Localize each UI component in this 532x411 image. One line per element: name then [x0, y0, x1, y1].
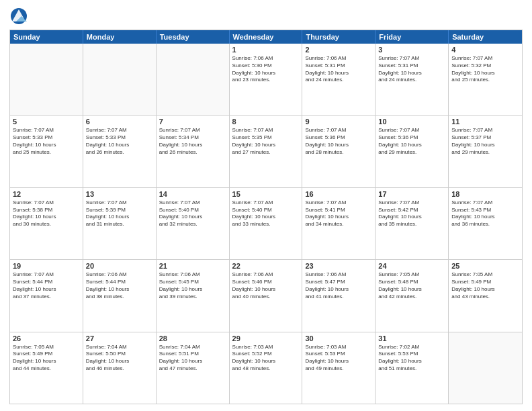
calendar-cell	[83, 44, 157, 115]
day-number: 7	[159, 118, 226, 126]
calendar-cell: 11Sunrise: 7:07 AM Sunset: 5:37 PM Dayli…	[449, 116, 522, 187]
calendar-header: SundayMondayTuesdayWednesdayThursdayFrid…	[10, 30, 522, 44]
calendar-cell: 18Sunrise: 7:07 AM Sunset: 5:43 PM Dayli…	[449, 188, 522, 259]
logo-icon	[9, 7, 28, 26]
day-number: 24	[378, 262, 445, 270]
day-info: Sunrise: 7:04 AM Sunset: 5:51 PM Dayligh…	[159, 344, 226, 373]
calendar-cell: 17Sunrise: 7:07 AM Sunset: 5:42 PM Dayli…	[375, 188, 449, 259]
calendar-cell: 13Sunrise: 7:07 AM Sunset: 5:39 PM Dayli…	[83, 188, 157, 259]
calendar-cell	[449, 332, 522, 404]
calendar-cell: 15Sunrise: 7:07 AM Sunset: 5:40 PM Dayli…	[230, 188, 303, 259]
header-day-saturday: Saturday	[449, 30, 522, 44]
day-number: 20	[86, 262, 153, 270]
day-number: 2	[305, 46, 372, 54]
calendar-cell: 12Sunrise: 7:07 AM Sunset: 5:38 PM Dayli…	[10, 188, 83, 259]
day-info: Sunrise: 7:07 AM Sunset: 5:39 PM Dayligh…	[86, 199, 153, 228]
day-info: Sunrise: 7:07 AM Sunset: 5:37 PM Dayligh…	[451, 127, 519, 156]
calendar-cell: 26Sunrise: 7:05 AM Sunset: 5:49 PM Dayli…	[10, 332, 83, 404]
calendar-cell: 23Sunrise: 7:06 AM Sunset: 5:47 PM Dayli…	[302, 260, 375, 331]
day-number: 11	[451, 118, 519, 126]
header-day-thursday: Thursday	[302, 30, 375, 44]
day-number: 22	[232, 262, 300, 270]
day-info: Sunrise: 7:06 AM Sunset: 5:30 PM Dayligh…	[232, 55, 300, 84]
day-info: Sunrise: 7:07 AM Sunset: 5:33 PM Dayligh…	[13, 127, 80, 156]
calendar-cell: 27Sunrise: 7:04 AM Sunset: 5:50 PM Dayli…	[83, 332, 157, 404]
calendar-cell: 3Sunrise: 7:07 AM Sunset: 5:31 PM Daylig…	[375, 44, 449, 115]
calendar-row-2: 12Sunrise: 7:07 AM Sunset: 5:38 PM Dayli…	[10, 187, 522, 259]
calendar-cell: 28Sunrise: 7:04 AM Sunset: 5:51 PM Dayli…	[157, 332, 230, 404]
calendar-cell: 2Sunrise: 7:06 AM Sunset: 5:31 PM Daylig…	[302, 44, 375, 115]
day-info: Sunrise: 7:07 AM Sunset: 5:31 PM Dayligh…	[378, 55, 445, 84]
day-number: 23	[305, 262, 372, 270]
day-info: Sunrise: 7:06 AM Sunset: 5:47 PM Dayligh…	[305, 271, 372, 300]
day-number: 19	[13, 262, 80, 270]
calendar-cell: 7Sunrise: 7:07 AM Sunset: 5:34 PM Daylig…	[157, 116, 230, 187]
day-info: Sunrise: 7:06 AM Sunset: 5:45 PM Dayligh…	[159, 271, 226, 300]
calendar-row-4: 26Sunrise: 7:05 AM Sunset: 5:49 PM Dayli…	[10, 332, 522, 404]
day-number: 26	[13, 334, 80, 342]
day-number: 17	[378, 190, 445, 198]
day-number: 12	[13, 190, 80, 198]
day-info: Sunrise: 7:06 AM Sunset: 5:44 PM Dayligh…	[86, 271, 153, 300]
calendar: SundayMondayTuesdayWednesdayThursdayFrid…	[9, 30, 523, 404]
day-info: Sunrise: 7:06 AM Sunset: 5:31 PM Dayligh…	[305, 55, 372, 84]
calendar-cell: 16Sunrise: 7:07 AM Sunset: 5:41 PM Dayli…	[302, 188, 375, 259]
day-info: Sunrise: 7:07 AM Sunset: 5:33 PM Dayligh…	[86, 127, 153, 156]
day-info: Sunrise: 7:07 AM Sunset: 5:40 PM Dayligh…	[232, 199, 300, 228]
day-number: 16	[305, 190, 372, 198]
calendar-cell: 25Sunrise: 7:05 AM Sunset: 5:49 PM Dayli…	[449, 260, 522, 331]
calendar-cell: 22Sunrise: 7:06 AM Sunset: 5:46 PM Dayli…	[230, 260, 303, 331]
day-number: 5	[13, 118, 80, 126]
day-number: 18	[451, 190, 519, 198]
calendar-body: 1Sunrise: 7:06 AM Sunset: 5:30 PM Daylig…	[10, 44, 522, 404]
calendar-cell: 9Sunrise: 7:07 AM Sunset: 5:36 PM Daylig…	[302, 116, 375, 187]
day-number: 13	[86, 190, 153, 198]
calendar-cell: 10Sunrise: 7:07 AM Sunset: 5:36 PM Dayli…	[375, 116, 449, 187]
day-number: 31	[378, 334, 445, 342]
calendar-cell	[10, 44, 83, 115]
day-number: 15	[232, 190, 300, 198]
day-info: Sunrise: 7:06 AM Sunset: 5:46 PM Dayligh…	[232, 271, 300, 300]
day-info: Sunrise: 7:07 AM Sunset: 5:43 PM Dayligh…	[451, 199, 519, 228]
day-number: 30	[305, 334, 372, 342]
day-info: Sunrise: 7:05 AM Sunset: 5:48 PM Dayligh…	[378, 271, 445, 300]
calendar-cell: 8Sunrise: 7:07 AM Sunset: 5:35 PM Daylig…	[230, 116, 303, 187]
day-info: Sunrise: 7:07 AM Sunset: 5:34 PM Dayligh…	[159, 127, 226, 156]
day-number: 21	[159, 262, 226, 270]
day-number: 28	[159, 334, 226, 342]
calendar-row-3: 19Sunrise: 7:07 AM Sunset: 5:44 PM Dayli…	[10, 259, 522, 331]
calendar-row-0: 1Sunrise: 7:06 AM Sunset: 5:30 PM Daylig…	[10, 44, 522, 115]
calendar-cell: 19Sunrise: 7:07 AM Sunset: 5:44 PM Dayli…	[10, 260, 83, 331]
calendar-cell: 4Sunrise: 7:07 AM Sunset: 5:32 PM Daylig…	[449, 44, 522, 115]
day-info: Sunrise: 7:03 AM Sunset: 5:52 PM Dayligh…	[232, 344, 300, 373]
calendar-row-1: 5Sunrise: 7:07 AM Sunset: 5:33 PM Daylig…	[10, 115, 522, 187]
page: SundayMondayTuesdayWednesdayThursdayFrid…	[0, 0, 532, 411]
day-number: 3	[378, 46, 445, 54]
calendar-cell: 31Sunrise: 7:02 AM Sunset: 5:53 PM Dayli…	[375, 332, 449, 404]
header-day-sunday: Sunday	[10, 30, 83, 44]
day-number: 8	[232, 118, 300, 126]
day-info: Sunrise: 7:05 AM Sunset: 5:49 PM Dayligh…	[451, 271, 519, 300]
header-day-tuesday: Tuesday	[157, 30, 230, 44]
day-number: 1	[232, 46, 300, 54]
day-info: Sunrise: 7:02 AM Sunset: 5:53 PM Dayligh…	[378, 344, 445, 373]
day-number: 9	[305, 118, 372, 126]
calendar-cell	[157, 44, 230, 115]
calendar-cell: 29Sunrise: 7:03 AM Sunset: 5:52 PM Dayli…	[230, 332, 303, 404]
day-info: Sunrise: 7:07 AM Sunset: 5:35 PM Dayligh…	[232, 127, 300, 156]
header	[9, 7, 523, 26]
day-number: 29	[232, 334, 300, 342]
day-info: Sunrise: 7:07 AM Sunset: 5:42 PM Dayligh…	[378, 199, 445, 228]
calendar-cell: 21Sunrise: 7:06 AM Sunset: 5:45 PM Dayli…	[157, 260, 230, 331]
day-info: Sunrise: 7:07 AM Sunset: 5:32 PM Dayligh…	[451, 55, 519, 84]
calendar-cell: 1Sunrise: 7:06 AM Sunset: 5:30 PM Daylig…	[230, 44, 303, 115]
header-day-friday: Friday	[375, 30, 449, 44]
calendar-cell: 30Sunrise: 7:03 AM Sunset: 5:53 PM Dayli…	[302, 332, 375, 404]
day-number: 14	[159, 190, 226, 198]
calendar-cell: 14Sunrise: 7:07 AM Sunset: 5:40 PM Dayli…	[157, 188, 230, 259]
day-info: Sunrise: 7:04 AM Sunset: 5:50 PM Dayligh…	[86, 344, 153, 373]
day-number: 4	[451, 46, 519, 54]
day-info: Sunrise: 7:07 AM Sunset: 5:41 PM Dayligh…	[305, 199, 372, 228]
day-number: 10	[378, 118, 445, 126]
day-number: 25	[451, 262, 519, 270]
